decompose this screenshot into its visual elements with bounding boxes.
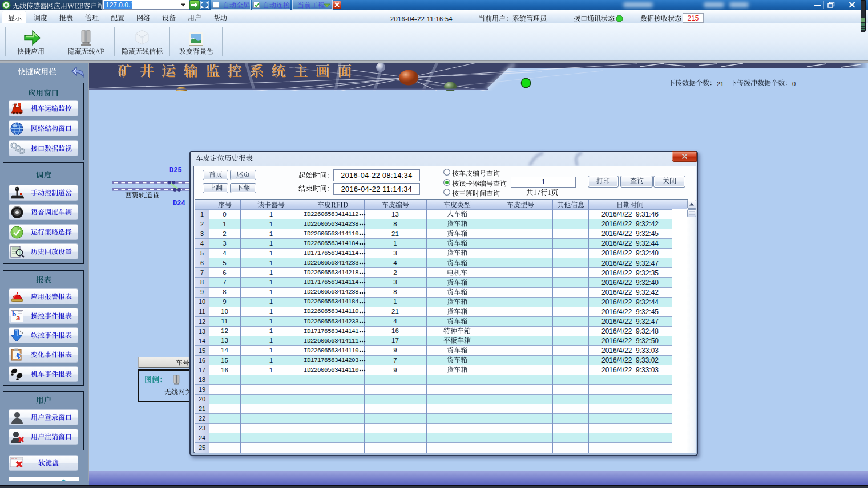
svg-text:a: a bbox=[16, 313, 21, 322]
